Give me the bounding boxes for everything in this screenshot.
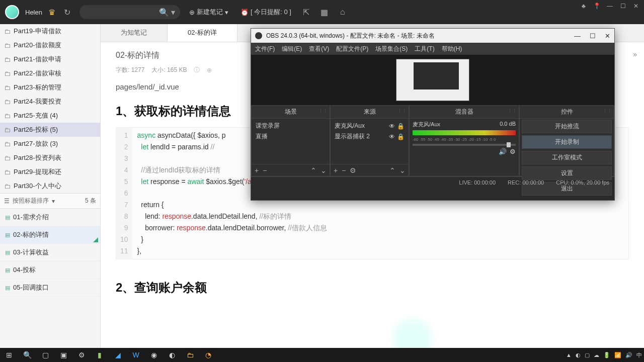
- sync-icon[interactable]: ↻: [61, 6, 73, 18]
- note-item[interactable]: ▤01-需求介绍: [0, 209, 100, 226]
- up-icon[interactable]: ⌃: [389, 166, 395, 174]
- menu-view[interactable]: 查看(V): [309, 45, 329, 53]
- tray-icon[interactable]: ▲: [566, 352, 572, 358]
- tray-icon[interactable]: ▢: [585, 352, 590, 358]
- share-icon[interactable]: ⇱: [300, 6, 312, 18]
- tray-icon[interactable]: ☁: [594, 352, 599, 358]
- grip-icon[interactable]: ⋮⋮: [603, 109, 612, 114]
- lock-icon[interactable]: 🔒: [397, 133, 405, 140]
- mixer-db: 0.0 dB: [500, 121, 516, 128]
- volume-slider[interactable]: [413, 144, 516, 146]
- note-item[interactable]: ▤05-回调接口: [0, 279, 100, 297]
- add-icon[interactable]: +: [334, 166, 338, 174]
- close-icon[interactable]: ✕: [605, 32, 610, 40]
- taskview-icon[interactable]: ▢: [38, 349, 52, 361]
- up-icon[interactable]: ⌃: [310, 166, 316, 174]
- menu-help[interactable]: 帮助(H): [442, 45, 462, 53]
- note-item-selected[interactable]: ▤02-标的详情: [0, 226, 100, 244]
- search-icon[interactable]: 🔍: [20, 349, 34, 361]
- folder-item[interactable]: 🗀Part27-放款 (3): [0, 137, 100, 151]
- reminder-button[interactable]: ⏰ [ 今日提醒: 0 ]: [237, 6, 294, 19]
- folder-item[interactable]: 🗀Part25-充值 (4): [0, 109, 100, 123]
- menu-edit[interactable]: 编辑(E): [282, 45, 302, 53]
- obs-preview[interactable]: [251, 55, 614, 105]
- grid-icon[interactable]: ▦: [318, 6, 331, 18]
- menu-profile[interactable]: 配置文件(P): [336, 45, 368, 53]
- minimize-icon[interactable]: —: [606, 2, 614, 10]
- sort-bar[interactable]: ☰ 按照标题排序 ▾ 5 条: [0, 193, 100, 209]
- down-icon[interactable]: ⌄: [399, 166, 406, 174]
- folder-item[interactable]: 🗀Part23-标的管理: [0, 80, 100, 95]
- tray-icon[interactable]: ◐: [576, 352, 581, 358]
- settings-button[interactable]: 设置: [522, 166, 612, 180]
- notify-icon[interactable]: ♣: [580, 2, 588, 10]
- folder-item[interactable]: 🗀Part29-提现和还: [0, 165, 100, 179]
- down-icon[interactable]: ⌄: [320, 166, 327, 174]
- app-icon[interactable]: ▮: [93, 349, 107, 361]
- speaker-icon[interactable]: 🔊: [499, 148, 507, 155]
- folder-item[interactable]: 🗀Part24-我要投资: [0, 95, 100, 109]
- folder-item[interactable]: 🗀Part28-投资列表: [0, 151, 100, 165]
- eye-icon[interactable]: 👁: [389, 133, 395, 140]
- scene-item[interactable]: 直播: [255, 131, 327, 142]
- folder-item[interactable]: 🗀Part21-借款申请: [0, 52, 100, 66]
- obs-titlebar[interactable]: OBS 24.0.3 (64-bit, windows) - 配置文件: 未命名…: [251, 29, 614, 43]
- menu-scene[interactable]: 场景集合(S): [375, 45, 408, 53]
- collapse-right-icon[interactable]: »: [633, 50, 637, 58]
- gear-icon[interactable]: ⚙: [350, 166, 356, 174]
- start-record-button[interactable]: 开始录制: [522, 135, 612, 149]
- user-avatar[interactable]: [5, 5, 19, 19]
- gear-icon[interactable]: ⚙: [510, 148, 516, 155]
- maximize-icon[interactable]: ☐: [619, 2, 627, 10]
- add-icon[interactable]: +: [255, 166, 259, 174]
- new-note-button[interactable]: ⊕ 新建笔记 ▾: [186, 6, 231, 19]
- menu-file[interactable]: 文件(F): [255, 45, 275, 53]
- grip-icon[interactable]: ⋮⋮: [508, 109, 517, 114]
- remove-icon[interactable]: −: [263, 166, 267, 174]
- menu-tools[interactable]: 工具(T): [415, 45, 434, 53]
- ime-label[interactable]: 中: [636, 351, 642, 359]
- settings-icon[interactable]: ⚙: [74, 349, 89, 361]
- folder-item[interactable]: 🗀Part20-借款额度: [0, 38, 100, 52]
- home-icon[interactable]: ⌂: [337, 6, 349, 18]
- obs-icon[interactable]: ◐: [165, 349, 179, 361]
- volume-icon[interactable]: 🔊: [625, 352, 632, 358]
- search-box[interactable]: 🔍 ▾: [79, 5, 180, 19]
- note-item[interactable]: ▤04-投标: [0, 261, 100, 279]
- plus-circle-icon[interactable]: ⊕: [207, 67, 212, 74]
- chrome-icon[interactable]: ◉: [147, 349, 161, 361]
- eye-icon[interactable]: 👁: [389, 123, 395, 130]
- wifi-icon[interactable]: 📶: [614, 352, 621, 358]
- grip-icon[interactable]: ⋮⋮: [318, 109, 328, 114]
- studio-mode-button[interactable]: 工作室模式: [522, 151, 612, 164]
- start-icon[interactable]: ⊞: [2, 349, 16, 361]
- remove-icon[interactable]: −: [342, 166, 346, 174]
- folder-item[interactable]: 🗀Part22-借款审核: [0, 66, 100, 80]
- app-icon[interactable]: ◔: [201, 349, 215, 361]
- folder-item-selected[interactable]: 🗀Part26-投标 (5): [0, 123, 100, 137]
- tab-wiznote[interactable]: 为知笔记: [101, 24, 168, 42]
- minimize-icon[interactable]: —: [574, 32, 581, 40]
- scene-item[interactable]: 课堂录屏: [255, 121, 327, 131]
- close-icon[interactable]: ✕: [632, 2, 640, 10]
- info-icon[interactable]: ⓘ: [194, 66, 200, 74]
- terminal-icon[interactable]: ▣: [56, 349, 70, 361]
- note-item[interactable]: ▤03-计算收益: [0, 244, 100, 261]
- folder-item[interactable]: 🗀Part30-个人中心: [0, 179, 100, 193]
- vscode-icon[interactable]: ◢: [111, 349, 125, 361]
- lock-icon[interactable]: 🔒: [397, 123, 405, 130]
- tab-document[interactable]: 02-标的详: [168, 24, 237, 42]
- pin-icon[interactable]: 📍: [593, 2, 601, 10]
- word-icon[interactable]: W: [129, 349, 143, 361]
- battery-icon[interactable]: 🔋: [603, 352, 610, 358]
- folder-item[interactable]: 🗀Part19-申请借款: [0, 24, 100, 38]
- explorer-icon[interactable]: 🗀: [183, 349, 197, 361]
- note-label: 01-需求介绍: [13, 213, 49, 222]
- grip-icon[interactable]: ⋮⋮: [397, 109, 407, 114]
- maximize-icon[interactable]: ☐: [590, 32, 596, 40]
- start-stream-button[interactable]: 开始推流: [522, 120, 612, 133]
- system-tray[interactable]: ▲ ◐ ▢ ☁ 🔋 📶 🔊 中: [566, 351, 642, 359]
- window-controls: ♣ 📍 — ☐ ✕: [580, 2, 640, 10]
- source-item[interactable]: 麦克风/Aux👁🔒: [334, 121, 406, 131]
- source-item[interactable]: 显示器捕获 2👁🔒: [334, 131, 406, 142]
